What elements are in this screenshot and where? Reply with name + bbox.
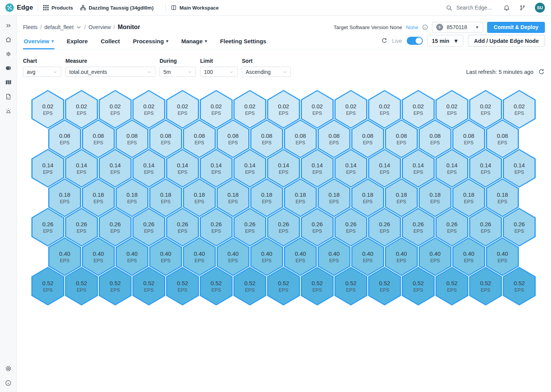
version-info-icon[interactable] <box>422 24 428 30</box>
hex-value: 0.08 <box>295 132 306 139</box>
sidebar-expand-button[interactable] <box>4 21 13 30</box>
products-menu[interactable]: Products <box>43 5 73 11</box>
hex-cell-body: 0.08EPS <box>487 121 518 157</box>
hex-value: 0.18 <box>362 191 373 198</box>
hex-unit: EPS <box>245 170 254 175</box>
hex-value: 0.40 <box>160 250 171 257</box>
tab-overview[interactable]: Overview ▾ <box>23 38 54 49</box>
target-version-link[interactable]: None <box>406 24 418 30</box>
sidebar-item-knowledge[interactable] <box>4 78 13 87</box>
chevrons-right-icon <box>5 23 11 29</box>
hex-value: 0.08 <box>328 132 339 139</box>
hex-unit: EPS <box>110 287 120 293</box>
hex-value: 0.08 <box>194 132 205 139</box>
alarm-light-icon <box>5 107 12 114</box>
during-filter-select[interactable]: 5m <box>160 67 196 77</box>
sidebar-item-pipelines[interactable] <box>4 64 13 73</box>
sidebar-item-logs[interactable] <box>4 92 13 101</box>
measure-filter-select[interactable]: total.out_events <box>65 67 155 77</box>
chevron-down-icon <box>282 70 287 74</box>
hex-unit: EPS <box>380 229 389 234</box>
live-toggle[interactable] <box>407 37 423 45</box>
hex-value: 0.40 <box>59 250 70 257</box>
hex-cell-body: 0.14EPS <box>268 150 299 186</box>
hex-cell-body: 0.08EPS <box>184 121 215 157</box>
manual-refresh-button[interactable] <box>538 69 545 75</box>
hex-cell-body: 0.40EPS <box>453 238 484 275</box>
sidebar-item-home[interactable] <box>4 35 13 44</box>
hex-cell-body: 0.40EPS <box>49 238 80 275</box>
hex-cell-body: 0.40EPS <box>117 238 147 275</box>
tab-bar: Overview ▾ Explore Collect Processing ▾ <box>23 38 267 49</box>
hex-unit: EPS <box>211 229 221 234</box>
sidebar-item-fleet[interactable] <box>4 49 13 59</box>
user-avatar[interactable]: SU <box>535 3 545 13</box>
breadcrumb-default-fleet[interactable]: default_fleet <box>44 24 73 30</box>
global-search[interactable]: Search Edge... <box>446 5 492 11</box>
interval-dropdown[interactable]: 15 min ▼ <box>427 35 463 47</box>
sort-filter-select[interactable]: Ascending <box>242 67 291 77</box>
hex-cell-body: 0.02EPS <box>403 91 434 127</box>
hex-value: 0.14 <box>143 162 154 168</box>
add-update-edge-node-button[interactable]: Add / Update Edge Node <box>468 35 545 47</box>
tab-explore[interactable]: Explore <box>66 38 88 49</box>
hex-unit: EPS <box>329 258 339 263</box>
layered-discs-icon <box>5 65 12 72</box>
hex-unit: EPS <box>447 111 456 116</box>
page-title: Monitor <box>117 24 140 31</box>
hex-unit: EPS <box>430 258 440 263</box>
hex-value: 0.18 <box>126 191 137 198</box>
search-icon <box>446 5 452 11</box>
hex-cell-body: 0.26EPS <box>268 209 299 245</box>
hex-cell-body: 0.02EPS <box>369 91 400 127</box>
fleet-dropdown-chevron-icon[interactable] <box>76 24 82 30</box>
hex-unit: EPS <box>430 140 440 145</box>
limit-filter-select[interactable]: 100 <box>200 67 238 77</box>
hex-value: 0.26 <box>109 221 121 227</box>
edge-logo-icon[interactable] <box>5 3 14 12</box>
hex-value: 0.26 <box>42 221 53 227</box>
chart-filter-select[interactable]: avg <box>23 67 61 77</box>
chart-filters: Chart avg Measure total.out_events <box>23 58 545 77</box>
tab-processing[interactable]: Processing ▾ <box>132 38 169 49</box>
commit-deploy-button[interactable]: Commit & Deploy <box>487 22 545 33</box>
tab-fleeting-settings[interactable]: Fleeting Settings <box>219 38 267 49</box>
hex-cell-body: 0.52EPS <box>167 268 198 304</box>
hex-cell-body: 0.02EPS <box>235 91 265 127</box>
hex-unit: EPS <box>144 111 153 116</box>
hex-unit: EPS <box>178 287 187 293</box>
version-branch-button[interactable] <box>519 5 526 11</box>
hex-cell-body: 0.40EPS <box>352 238 383 275</box>
limit-filter-label: Limit <box>200 58 238 64</box>
workspace-menu[interactable]: Main Workspace <box>171 5 218 11</box>
hex-cell-body: 0.18EPS <box>487 180 518 216</box>
hex-unit: EPS <box>329 140 339 145</box>
hex-unit: EPS <box>194 199 204 204</box>
hex-unit: EPS <box>413 287 423 293</box>
hex-value: 0.02 <box>109 103 121 109</box>
commit-circle-icon <box>436 24 443 31</box>
hex-cell-body: 0.52EPS <box>134 268 164 304</box>
org-menu[interactable]: Dazzling Taussig (34gdl0m) <box>80 5 154 11</box>
hex-unit: EPS <box>279 111 288 116</box>
live-refresh-button[interactable] <box>381 38 388 44</box>
tab-manage[interactable]: Manage ▾ <box>181 38 208 49</box>
hex-unit: EPS <box>346 229 355 234</box>
sidebar-item-alerts[interactable] <box>4 106 13 115</box>
hex-cell-body: 0.08EPS <box>319 121 349 157</box>
hex-cell-body: 0.08EPS <box>453 121 484 157</box>
hex-unit: EPS <box>245 111 254 116</box>
sidebar-settings-button[interactable] <box>4 364 13 373</box>
hex-unit: EPS <box>514 229 524 234</box>
tab-collect[interactable]: Collect <box>100 38 121 49</box>
build-version-dropdown[interactable]: 8570118 ▼ <box>432 22 483 33</box>
document-icon <box>5 93 11 100</box>
breadcrumb-fleets[interactable]: Fleets <box>23 24 37 30</box>
hex-unit: EPS <box>93 258 103 263</box>
hex-unit: EPS <box>60 258 69 263</box>
notifications-button[interactable] <box>503 4 510 11</box>
hex-cell-body: 0.52EPS <box>437 268 467 304</box>
hex-cell-body: 0.18EPS <box>420 180 450 216</box>
breadcrumb-overview[interactable]: Overview <box>88 24 111 30</box>
sidebar-info-button[interactable] <box>4 378 13 387</box>
